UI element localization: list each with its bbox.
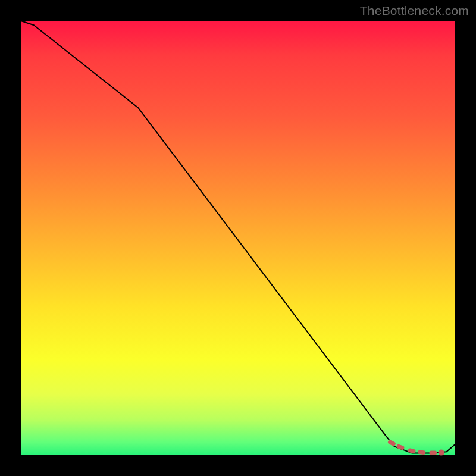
chart-stage: TheBottleneck.com	[0, 0, 476, 476]
watermark-text: TheBottleneck.com	[360, 4, 469, 18]
plot-gradient-background	[21, 21, 455, 455]
